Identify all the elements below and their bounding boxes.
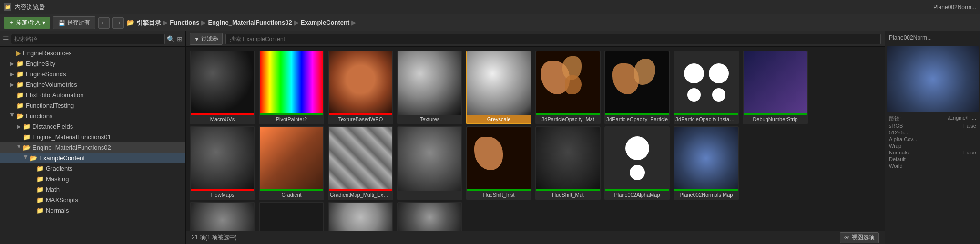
asset-name: HueShift_Inst [467,191,531,199]
asset-item-gradientmap[interactable]: GradientMap_Multi_Example [328,126,393,200]
breadcrumb-engine-mf02[interactable]: Engine_MaterialFunctions02 [208,19,292,26]
forward-button[interactable]: → [112,17,124,29]
thumb-gradient [260,127,323,191]
sidebar-item-functionaltesting[interactable]: 📁 FunctionalTesting [0,100,185,111]
asset-item-row3-3[interactable] [328,202,393,231]
sidebar-search-bar: ☰ 🔍 ⊞ [0,31,185,47]
sidebar-item-enginesky[interactable]: ▶ 📁 EngineSky [0,58,185,69]
asset-name: 3dParticleOpacity_Particle [605,115,669,123]
false-label: False [963,150,976,155]
asset-item-textures[interactable]: Textures [397,51,462,124]
asset-item-macrouv[interactable]: MacroUVs [190,51,255,124]
srgb-value: False [963,123,976,129]
asset-row-1: MacroUVs PivotPainter2 TextureBasedWPO [190,51,881,124]
circle-large [625,136,649,160]
path-value: /Engine/Pl... [948,115,976,122]
sidebar-item-enginemf02[interactable]: ▶ 📂 Engine_MaterialFunctions02 [0,142,185,152]
folder-icon: 📁 [36,196,44,203]
sidebar-item-engineresources[interactable]: ▶ EngineResources [0,48,185,58]
list-icon: ☰ [3,35,9,43]
search-icon[interactable]: 🔍 [167,35,175,43]
chevron-icon: ▾ [42,20,45,26]
breadcrumb-engine-dir[interactable]: 引擎目录 [136,19,161,27]
folder-icon: 📁 [16,92,24,99]
breadcrumb: 📂 引擎目录 ▶ Functions ▶ Engine_MaterialFunc… [127,19,356,27]
sidebar-item-functions[interactable]: ▶ 📂 Functions [0,111,185,121]
folder-icon: 📁 [23,133,31,141]
folder-icon: 📁 [16,81,24,88]
asset-item-pivotpainter[interactable]: PivotPainter2 [259,51,324,124]
sidebar-item-examplecontent[interactable]: ▶ 📂 ExampleContent [0,152,185,163]
asset-item-hueshift-inst[interactable]: HueShift_Inst [466,126,531,200]
content-search-input[interactable] [225,34,881,44]
asset-name: Plane002Normals Map [674,191,738,199]
asset-name: PivotPainter2 [260,115,323,123]
folder-icon: 📁 [36,207,44,214]
back-button[interactable]: ← [98,17,110,29]
sidebar-item-maxscripts[interactable]: 📁 MAXScripts [0,194,185,205]
add-import-button[interactable]: ＋ 添加/导入 ▾ [4,17,50,29]
sidebar-item-enginesounds[interactable]: ▶ 📁 EngineSounds [0,69,185,79]
sidebar-item-normals[interactable]: 📁 Normals [0,205,185,215]
asset-item-flowmaps[interactable]: FlowMaps [190,126,255,200]
sidebar-item-enginemf01[interactable]: 📁 Engine_MaterialFunctions01 [0,132,185,142]
asset-name: MacroUVs [191,115,254,123]
grid-icon[interactable]: ⊞ [177,35,183,43]
circle-tl [684,63,704,83]
asset-name: Textures [398,115,461,123]
folder-open-icon: 📂 [23,144,31,151]
asset-item-debugnumber[interactable]: DebugNumberStrip [743,51,808,124]
thumb-textures [398,51,461,115]
content-toolbar: ▼ 过滤器 [186,31,885,47]
filter-icon: ▼ [194,36,200,42]
asset-item-gradient[interactable]: Gradient [259,126,324,200]
thumb-flowmaps [191,127,254,191]
asset-row-2: FlowMaps Gradient GradientMap_Multi_Exam… [190,126,881,200]
sidebar-item-distancefields[interactable]: ▶ 📁 DistanceFields [0,121,185,132]
asset-item-3dparticlemat[interactable]: 3dParticleOpacity_Mat [535,51,601,124]
default-label: Default [889,156,906,162]
asset-item-3dparticleparticle[interactable]: 3dParticleOpacity_Particle [604,51,670,124]
status-text: 21 项(1 项被选中) [192,234,237,242]
asset-name: TextureBasedWPO [329,115,392,123]
save-all-button[interactable]: 💾 保存所有 [53,16,95,29]
asset-item-row2-4[interactable] [397,126,462,200]
asset-item-row3-2[interactable] [259,202,324,231]
thumb-greyscale [467,51,531,115]
sidebar-item-gradients[interactable]: 📁 Gradients [0,163,185,173]
asset-item-plane002normals[interactable]: Plane002Normals Map [674,126,739,200]
asset-name: 3dParticleOpacity Instance [674,115,738,123]
breadcrumb-example-content[interactable]: ExampleContent [301,19,350,26]
asset-item-row3-4[interactable] [397,202,462,231]
view-options-button[interactable]: 👁 视图选项 [840,232,879,243]
breadcrumb-functions[interactable]: Functions [170,19,199,26]
sidebar-item-fbxeditor[interactable]: 📁 FbxEditorAutomation [0,90,185,100]
asset-name: Plane002AlphaMap [605,191,669,199]
sidebar-item-math[interactable]: 📁 Math [0,184,185,194]
wrap-label: Wrap [889,143,901,149]
asset-name: Greyscale [467,115,531,123]
sidebar-item-masking[interactable]: 📁 Masking [0,173,185,184]
alpha-label: Alpha Cov... [889,136,917,142]
asset-item-row3-1[interactable] [190,202,255,231]
folder-icon: 📁 [36,165,44,172]
search-input[interactable] [11,34,165,44]
right-panel-size-row: 512×5... [887,129,978,136]
browser-icon: 📁 [4,3,11,11]
normal-label: Normals [889,150,909,155]
right-panel: Plane002Norm... 路径: /Engine/Pl... sRGB F… [885,31,980,244]
asset-name [398,191,461,193]
asset-item-plane002alpha[interactable]: Plane002AlphaMap [604,126,670,200]
srgb-label: sRGB [889,123,903,129]
asset-item-greyscale[interactable]: Greyscale [466,51,531,124]
sidebar-item-enginevolumetrics[interactable]: ▶ 📁 EngineVolumetrics [0,79,185,90]
world-label: World [889,163,903,169]
folder-icon: ▶ [16,50,21,57]
asset-item-texturebased[interactable]: TextureBasedWPO [328,51,393,124]
title-bar-right: Plane002Norm... [933,4,976,10]
asset-item-3dparticleinstance[interactable]: 3dParticleOpacity Instance [674,51,739,124]
content-panel: ▼ 过滤器 MacroUVs PivotPainter2 [186,31,885,244]
asset-item-hueshift-mat[interactable]: HueShift_Mat [535,126,601,200]
add-icon: ＋ [9,19,14,27]
filter-button[interactable]: ▼ 过滤器 [190,33,223,45]
